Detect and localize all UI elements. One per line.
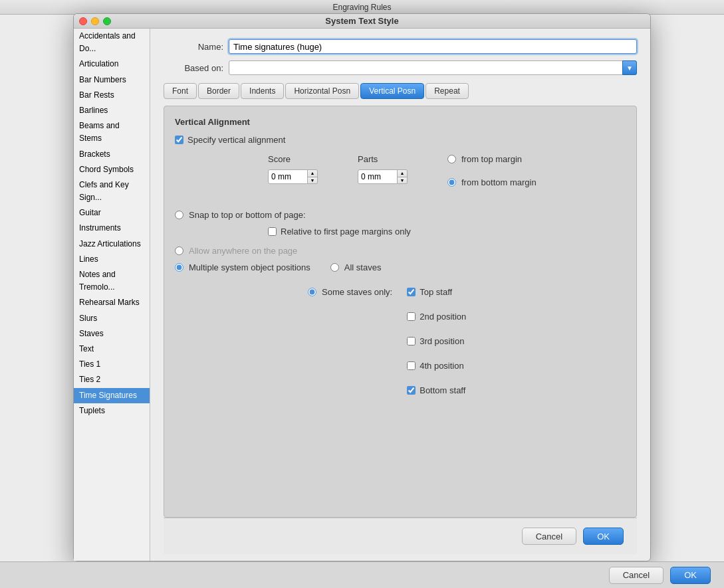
- tab-font[interactable]: Font: [164, 83, 197, 99]
- sidebar-item-lines[interactable]: Lines: [74, 252, 150, 267]
- sidebar-item-rehearsal-marks[interactable]: Rehearsal Marks: [74, 295, 150, 310]
- parts-input[interactable]: [358, 169, 398, 184]
- stave-checkbox-1[interactable]: [407, 312, 416, 321]
- tab-repeat[interactable]: Repeat: [425, 83, 469, 99]
- sidebar-item-brackets[interactable]: Brackets: [74, 147, 150, 162]
- some-staves-radio[interactable]: [308, 288, 316, 296]
- section-title: Vertical Alignment: [175, 117, 626, 127]
- bottom-cancel-button[interactable]: Cancel: [609, 567, 664, 584]
- name-input[interactable]: [229, 39, 637, 54]
- traffic-lights: [79, 17, 111, 25]
- stave-label-1: 2nd position: [420, 312, 466, 322]
- sidebar-item-beams[interactable]: Beams and Stems: [74, 118, 150, 146]
- relative-label: Relative to first page margins only: [281, 227, 411, 237]
- all-staves-radio[interactable]: [330, 263, 339, 272]
- cancel-button[interactable]: Cancel: [522, 528, 576, 545]
- stave-checkbox-3[interactable]: [407, 361, 416, 370]
- sidebar-item-clefs[interactable]: Clefs and Key Sign...: [74, 177, 150, 205]
- sidebar-item-time-signatures[interactable]: Time Signatures: [74, 388, 150, 403]
- sidebar-item-tuplets[interactable]: Tuplets: [74, 403, 150, 419]
- stave-label-0: Top staff: [420, 287, 452, 297]
- score-input[interactable]: [268, 169, 308, 184]
- all-staves-label: All staves: [344, 262, 382, 272]
- score-input-row: ▲ ▼: [268, 169, 318, 184]
- tab-horizontal-posn[interactable]: Horizontal Posn: [285, 83, 359, 99]
- sidebar-item-bar-rests[interactable]: Bar Rests: [74, 88, 150, 103]
- stave-label-2: 3rd position: [420, 336, 464, 346]
- dialog-title-text: System Text Style: [325, 16, 398, 26]
- sidebar-item-instruments[interactable]: Instruments: [74, 221, 150, 236]
- sidebar-item-staves[interactable]: Staves: [74, 326, 150, 342]
- multiple-system-row: Multiple system object positions: [175, 262, 310, 272]
- sidebar-item-articulation[interactable]: Articulation: [74, 56, 150, 72]
- parts-group: Parts ▲ ▼: [358, 154, 408, 201]
- stave-option-row-3: 4th position: [407, 361, 466, 371]
- allow-row: Allow anywhere on the page: [175, 246, 626, 256]
- sidebar-item-barlines[interactable]: Barlines: [74, 103, 150, 118]
- name-row: Name:: [164, 39, 637, 54]
- from-bottom-margin-radio[interactable]: [447, 178, 456, 187]
- parts-increment-button[interactable]: ▲: [398, 170, 407, 177]
- sidebar-item-text[interactable]: Text: [74, 342, 150, 357]
- stave-option-row-1: 2nd position: [407, 312, 466, 322]
- from-top-margin-radio[interactable]: [447, 155, 456, 163]
- sidebar-item-notes[interactable]: Notes and Tremolo...: [74, 267, 150, 295]
- score-parts-section: Score ▲ ▼ Parts: [268, 154, 626, 201]
- stave-checkbox-4[interactable]: [407, 386, 416, 395]
- tabs-row: FontBorderIndentsHorizontal PosnVertical…: [164, 83, 637, 99]
- score-increment-button[interactable]: ▲: [308, 170, 317, 177]
- tab-border[interactable]: Border: [198, 83, 239, 99]
- stave-checkbox-0[interactable]: [407, 288, 416, 296]
- staves-checkboxes: Top staff2nd position3rd position4th pos…: [407, 287, 466, 405]
- relative-checkbox[interactable]: [268, 227, 277, 236]
- sidebar-item-jazz-articulations[interactable]: Jazz Articulations: [74, 237, 150, 252]
- based-on-dropdown[interactable]: ▼: [229, 60, 637, 75]
- snap-radio[interactable]: [175, 211, 183, 219]
- top-title-text: Engraving Rules: [332, 3, 391, 12]
- some-staves-section: Some staves only: Top staff2nd position3…: [188, 287, 626, 405]
- stave-option-row-0: Top staff: [407, 287, 466, 297]
- stave-checkbox-2[interactable]: [407, 337, 416, 345]
- dialog-body: Accidentals and Do...ArticulationBar Num…: [74, 29, 650, 561]
- some-staves-label: Some staves only:: [322, 287, 392, 297]
- sidebar-item-bar-numbers[interactable]: Bar Numbers: [74, 72, 150, 88]
- specify-alignment-checkbox[interactable]: [175, 136, 183, 144]
- sidebar: Accidentals and Do...ArticulationBar Num…: [74, 29, 150, 561]
- sidebar-item-accidentals[interactable]: Accidentals and Do...: [74, 29, 150, 56]
- snap-label: Snap to top or bottom of page:: [189, 210, 306, 220]
- dropdown-arrow-icon[interactable]: ▼: [622, 60, 637, 75]
- stave-option-row-4: Bottom staff: [407, 385, 466, 395]
- tab-vertical-posn[interactable]: Vertical Posn: [360, 83, 424, 99]
- score-stepper: ▲ ▼: [308, 169, 318, 184]
- some-staves-radio-row: Some staves only:: [308, 287, 392, 297]
- ok-button[interactable]: OK: [583, 528, 624, 545]
- sidebar-item-ties-2[interactable]: Ties 2: [74, 372, 150, 387]
- stave-option-row-2: 3rd position: [407, 336, 466, 346]
- parts-decrement-button[interactable]: ▼: [398, 177, 407, 184]
- parts-label: Parts: [358, 154, 408, 164]
- minimize-button[interactable]: [91, 17, 99, 25]
- maximize-button[interactable]: [103, 17, 111, 25]
- score-decrement-button[interactable]: ▼: [308, 177, 317, 184]
- sidebar-item-slurs[interactable]: Slurs: [74, 311, 150, 326]
- based-on-input[interactable]: [229, 60, 637, 75]
- sidebar-item-ties-1[interactable]: Ties 1: [74, 357, 150, 372]
- snap-row: Snap to top or bottom of page:: [175, 210, 626, 220]
- from-top-margin-label: from top margin: [461, 154, 522, 164]
- name-label: Name:: [164, 42, 223, 52]
- score-group: Score ▲ ▼: [268, 154, 318, 201]
- margin-radios: from top margin from bottom margin: [447, 154, 537, 194]
- allow-anywhere-radio[interactable]: [175, 246, 183, 255]
- dialog-window: System Text Style Accidentals and Do...A…: [73, 13, 651, 561]
- close-button[interactable]: [79, 17, 87, 25]
- sidebar-item-guitar[interactable]: Guitar: [74, 205, 150, 221]
- parts-stepper: ▲ ▼: [398, 169, 408, 184]
- based-on-label: Based on:: [164, 63, 223, 73]
- dialog-title-bar: System Text Style: [74, 14, 650, 29]
- bottom-ok-button[interactable]: OK: [670, 567, 711, 584]
- specify-alignment-label: Specify vertical alignment: [187, 135, 285, 145]
- tab-indents[interactable]: Indents: [241, 83, 284, 99]
- sidebar-item-chord-symbols[interactable]: Chord Symbols: [74, 162, 150, 177]
- parts-input-row: ▲ ▼: [358, 169, 408, 184]
- multiple-system-radio[interactable]: [175, 263, 183, 272]
